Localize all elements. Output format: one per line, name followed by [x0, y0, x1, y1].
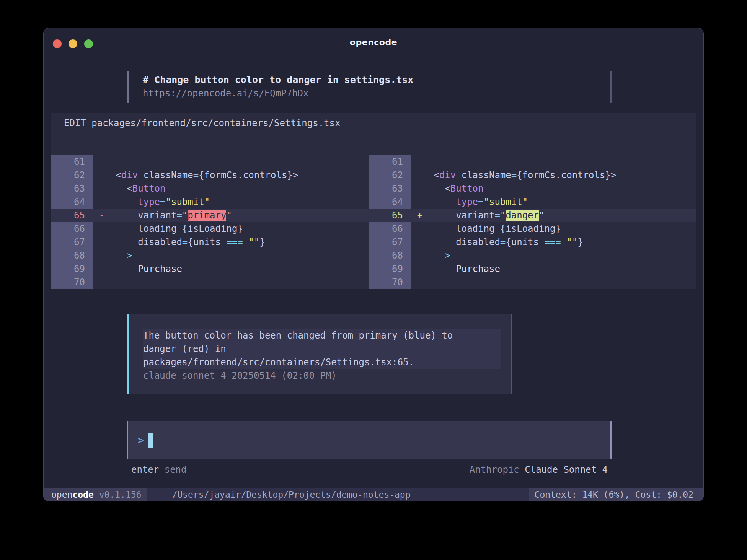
diff-code-line: <div className={formCs.controls}> [110, 169, 369, 182]
diff-row: 68 >68 > [51, 249, 696, 262]
diff-row: 67 disabled={units === ""}67 disabled={u… [51, 236, 696, 249]
code-token: type [138, 197, 160, 207]
session-share-link[interactable]: https://opencode.ai/s/EQmP7hDx [143, 87, 610, 100]
message-line: The button color has been changed from p… [143, 329, 501, 342]
code-token: {formCs.controls}> [199, 170, 298, 181]
line-number-old: 67 [51, 236, 93, 249]
diff-rows: 616162 <div className={formCs.controls}>… [51, 155, 696, 289]
code-token: loading [428, 223, 494, 234]
line-number-old: 66 [51, 222, 93, 236]
edit-file-header: EDIT packages/frontend/src/containers/Se… [51, 113, 696, 130]
diff-code-line: <Button [110, 182, 369, 195]
diff-row: 6161 [51, 155, 696, 169]
removed-marker [93, 155, 110, 169]
code-token: < [428, 183, 450, 194]
model-indicator: Anthropic Claude Sonnet 4 [470, 464, 608, 475]
code-token: === [226, 237, 243, 247]
code-token: {units [506, 237, 544, 247]
diff-row: 63 <Button63 <Button [51, 182, 696, 195]
removed-marker [93, 249, 110, 262]
code-token: === [544, 237, 561, 247]
code-token: = [182, 237, 188, 247]
diff-code-line: variant="primary" [110, 209, 369, 222]
diff-row: 64 type="submit"64 type="submit" [51, 195, 696, 209]
code-token: < [110, 170, 121, 181]
removed-marker: - [93, 209, 110, 222]
minimize-button[interactable] [69, 39, 77, 48]
zoom-button[interactable] [84, 39, 93, 48]
diff-row: 69 Purchase69 Purchase [51, 262, 696, 276]
text-cursor [148, 433, 153, 448]
code-token: " [182, 210, 188, 221]
provider-label: Anthropic [470, 464, 519, 475]
diff-code-line: loading={isLoading} [428, 222, 696, 236]
removed-marker [93, 222, 110, 236]
added-marker [411, 236, 428, 249]
code-token: = [511, 170, 517, 181]
assistant-message: The button color has been changed from p… [127, 314, 512, 394]
code-token: div [121, 170, 138, 181]
diff-code-line: loading={isLoading} [110, 222, 369, 236]
code-token: > [127, 250, 132, 261]
assistant-message-meta: claude-sonnet-4-20250514 (02:00 PM) [143, 369, 501, 383]
line-number-new: 68 [369, 249, 411, 262]
line-number-new: 70 [369, 276, 411, 289]
added-word-highlight: danger [506, 210, 539, 221]
code-token: Purchase [428, 264, 500, 274]
diff-code-line [110, 276, 369, 289]
edit-diff-panel: EDIT packages/frontend/src/containers/Se… [51, 113, 696, 289]
send-label: send [165, 464, 187, 475]
input-prompt-symbol: > [138, 434, 144, 446]
line-number-old: 70 [51, 276, 93, 289]
removed-marker [93, 169, 110, 182]
diff-row: 62 <div className={formCs.controls}>62 <… [51, 169, 696, 182]
line-number-new: 64 [369, 195, 411, 209]
removed-marker [93, 236, 110, 249]
code-token [110, 197, 138, 207]
app-version: v0.1.156 [94, 490, 142, 500]
code-token: "" [566, 237, 577, 247]
added-marker [411, 276, 428, 289]
project-path: /Users/jayair/Desktop/Projects/demo-note… [147, 488, 529, 501]
added-marker [411, 182, 428, 195]
code-token: = [494, 210, 500, 221]
diff-code-line: Purchase [110, 262, 369, 276]
code-token: " [226, 210, 232, 221]
diff-code-line: Purchase [428, 262, 696, 276]
code-token: "" [248, 237, 259, 247]
line-number-new: 61 [369, 155, 411, 169]
diff-code-line [428, 155, 696, 169]
code-token: = [500, 237, 506, 247]
diff-code-line: type="submit" [110, 195, 369, 209]
removed-marker [93, 262, 110, 276]
code-token: {formCs.controls}> [517, 170, 616, 181]
opencode-window: opencode # Change button color to danger… [43, 28, 704, 501]
message-line: packages/frontend/src/containers/Setting… [143, 356, 501, 369]
close-button[interactable] [53, 39, 62, 48]
code-token: disabled [428, 237, 500, 247]
session-header: # Change button color to danger in setti… [127, 71, 612, 103]
traffic-lights [53, 39, 93, 48]
code-token: {units [188, 237, 226, 247]
added-marker [411, 262, 428, 276]
app-version-chip: opencode v0.1.156 [44, 488, 147, 501]
added-marker [411, 222, 428, 236]
line-number-old: 61 [51, 155, 93, 169]
code-token: Button [132, 183, 166, 194]
hints-row: enter send Anthropic Claude Sonnet 4 [131, 464, 608, 475]
chat-input[interactable]: > [127, 421, 612, 459]
diff-code-line: disabled={units === ""} [110, 236, 369, 249]
code-token [110, 250, 127, 261]
diff-code-line: > [110, 249, 369, 262]
code-token: variant [428, 210, 494, 221]
diff-code-line: type="submit" [428, 195, 696, 209]
code-token [561, 237, 566, 247]
code-token: } [577, 237, 583, 247]
code-token: = [176, 210, 182, 221]
diff-row: 7070 [51, 276, 696, 289]
removed-word-highlight: primary [188, 210, 226, 221]
diff-code-line: variant="danger" [428, 209, 696, 222]
diff-code-line: <Button [428, 182, 696, 195]
enter-key-hint: enter [131, 464, 159, 475]
code-token: < [428, 170, 439, 181]
